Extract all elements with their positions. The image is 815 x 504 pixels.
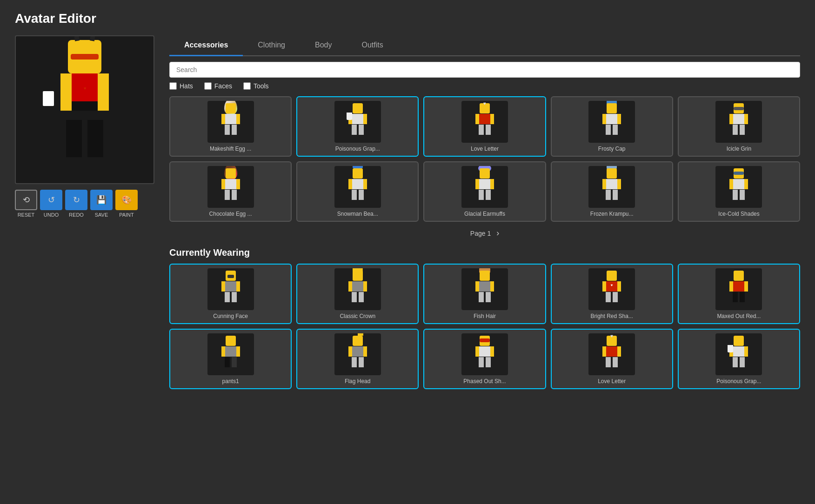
hats-checkbox[interactable]	[169, 82, 177, 90]
mini-leg-l-10	[733, 190, 738, 200]
tab-outfits[interactable]: Outfits	[347, 35, 398, 56]
pagination-row: Page 1 ›	[169, 228, 800, 238]
cw-item-4[interactable]: ♥ Bright Red Sha...	[551, 264, 673, 324]
cw-item-8[interactable]: Phased Out Sh...	[423, 329, 546, 389]
save-button[interactable]: 💾 SAVE	[90, 190, 113, 218]
cw-name-8: Phased Out Sh...	[463, 378, 506, 385]
item-card-4[interactable]: Frosty Cap	[551, 96, 673, 157]
avatar-head	[68, 40, 101, 73]
cw-preview-8	[461, 333, 508, 375]
cw-preview-5	[715, 268, 762, 310]
cw-item-7[interactable]: Flag Head	[296, 329, 419, 389]
item-name-4: Frosty Cap	[598, 146, 626, 152]
mini-leg-r-8	[486, 190, 491, 200]
currently-wearing-title: Currently Wearing	[169, 247, 800, 258]
sunglasses-5	[734, 107, 744, 110]
item-preview-2	[334, 101, 381, 143]
hats-label: Hats	[180, 82, 193, 90]
tab-clothing[interactable]: Clothing	[243, 35, 300, 56]
mini-leg-r-5	[740, 125, 745, 135]
cw-arm-l-6	[221, 346, 225, 357]
mini-body-7	[352, 179, 364, 189]
mini-cup-10	[728, 345, 733, 352]
item-card-9[interactable]: Frozen Krampu...	[551, 161, 673, 222]
faces-checkbox[interactable]	[204, 82, 212, 90]
mini-arm-r-8	[490, 179, 494, 189]
cw-arm-l-9	[602, 346, 606, 357]
cw-figure-5	[725, 271, 753, 308]
avatar-leg-left	[66, 120, 82, 157]
cw-item-1[interactable]: Cunning Face	[169, 264, 292, 324]
cw-arm-r-5	[744, 281, 748, 292]
cw-figure-9: ♥	[598, 336, 626, 373]
cw-arm-r-2	[363, 281, 367, 292]
cw-leg-r-3	[486, 292, 491, 302]
cw-arm-l-2	[348, 281, 352, 292]
cw-red-sunglasses-8	[480, 338, 490, 342]
cw-item-9[interactable]: ♥ Love Letter	[551, 329, 673, 389]
cw-figure-1	[217, 271, 245, 308]
cw-arm-r-4	[617, 281, 621, 292]
filter-tools[interactable]: Tools	[243, 82, 269, 90]
mini-arm-l-8	[475, 179, 479, 189]
paint-button[interactable]: 🎨 PAINT	[115, 190, 138, 218]
cw-name-9: Love Letter	[598, 378, 626, 385]
item-name-3: Love Letter	[471, 146, 499, 152]
mini-leg-r-10	[740, 190, 745, 200]
cw-figure-2	[344, 271, 372, 308]
mini-leg-r-6	[232, 190, 237, 200]
tools-label: Tools	[254, 82, 269, 90]
cw-leg-l-1	[225, 292, 230, 302]
item-card-1[interactable]: Makeshift Egg ...	[169, 96, 292, 157]
mini-body-10	[733, 179, 745, 189]
cw-arm-r-9	[617, 346, 621, 357]
undo-label: UNDO	[44, 212, 59, 218]
cw-body-7	[352, 346, 364, 357]
cw-item-3[interactable]: Fish Hair	[423, 264, 546, 324]
cw-leg-l-4	[606, 292, 611, 302]
item-card-3[interactable]: ♥ Love Letter	[423, 96, 546, 157]
item-preview-10	[715, 166, 762, 208]
cw-leg-r-8	[486, 357, 491, 367]
search-input[interactable]	[169, 62, 800, 78]
avatar-preview: ♥	[15, 35, 154, 184]
mini-arm-r-7	[363, 179, 367, 189]
item-card-8[interactable]: Glacial Earmuffs	[423, 161, 546, 222]
cw-preview-10	[715, 333, 762, 375]
tab-accessories[interactable]: Accessories	[169, 35, 243, 56]
item-name-9: Frozen Krampu...	[590, 211, 634, 217]
undo-button[interactable]: ↺ UNDO	[40, 190, 62, 218]
reset-button[interactable]: ⟲ RESET	[15, 190, 37, 218]
cw-item-10[interactable]: Poisonous Grap...	[678, 329, 800, 389]
filter-faces[interactable]: Faces	[204, 82, 232, 90]
mini-arm-l	[221, 114, 225, 124]
cw-item-5[interactable]: Maxed Out Red...	[678, 264, 800, 324]
cw-item-2[interactable]: Classic Crown	[296, 264, 419, 324]
mini-cup-2	[347, 113, 352, 120]
item-card-2[interactable]: Poisonous Grap...	[296, 96, 419, 157]
redo-button[interactable]: ↻ REDO	[65, 190, 87, 218]
mini-leg-l-2	[352, 125, 357, 135]
item-card-6[interactable]: Chocolate Egg ...	[169, 161, 292, 222]
item-card-5[interactable]: Icicle Grin	[678, 96, 800, 157]
cw-leg-r-5	[740, 292, 745, 302]
cw-arm-l-1	[221, 281, 225, 292]
page-label: Page 1	[470, 230, 491, 237]
cw-head-10	[734, 336, 744, 346]
mini-leg-r-9	[613, 190, 618, 200]
cw-item-6[interactable]: pants1	[169, 329, 292, 389]
next-page-button[interactable]: ›	[496, 228, 499, 238]
filter-hats[interactable]: Hats	[169, 82, 193, 90]
cw-arm-r-6	[236, 346, 240, 357]
item-name-1: Makeshift Egg ...	[210, 146, 251, 152]
mini-figure-8	[471, 168, 499, 206]
tools-checkbox[interactable]	[243, 82, 251, 90]
item-card-7[interactable]: Snowman Bea...	[296, 161, 419, 222]
item-name-2: Poisonous Grap...	[335, 146, 380, 152]
cw-preview-6	[207, 333, 254, 375]
tab-body[interactable]: Body	[300, 35, 347, 56]
cw-arm-l-3	[475, 281, 479, 292]
item-card-10[interactable]: Ice-Cold Shades	[678, 161, 800, 222]
mini-figure-1	[217, 103, 245, 140]
mini-leg-r-7	[359, 190, 364, 200]
